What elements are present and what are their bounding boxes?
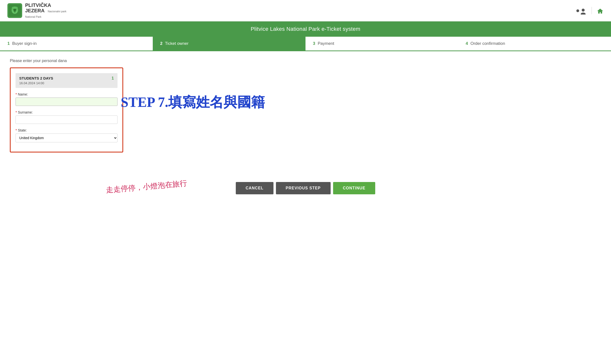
- green-header-bar: Plitvice Lakes National Park e-Ticket sy…: [0, 21, 611, 37]
- step-3-label: Payment: [318, 41, 334, 46]
- step-1-buyer-signin[interactable]: 1 Buyer sign-in: [0, 37, 153, 50]
- main-content: Please enter your personal dana STUDENTS…: [0, 51, 611, 160]
- cancel-button[interactable]: CANCEL: [236, 182, 273, 194]
- ticket-count: 1: [112, 76, 114, 81]
- continue-button[interactable]: CONTINUE: [333, 182, 375, 194]
- name-required-star: *: [16, 92, 17, 96]
- ticket-date: 16.04.2024 14:00: [19, 81, 53, 85]
- steps-bar: 1 Buyer sign-in 2 Ticket owner 3 Payment…: [0, 37, 611, 51]
- home-icon[interactable]: [597, 7, 604, 14]
- step-2-number: 2: [160, 41, 162, 46]
- step-3-number: 3: [313, 41, 315, 46]
- logo-line2: JEZERA: [25, 8, 44, 13]
- name-field-group: * Name:: [16, 92, 118, 106]
- logo-icon: [7, 3, 22, 18]
- svg-point-8: [582, 9, 585, 12]
- step-2-ticket-owner[interactable]: 2 Ticket owner: [153, 37, 306, 50]
- svg-point-6: [15, 9, 16, 11]
- previous-step-button[interactable]: PREVIOUS STEP: [276, 182, 331, 194]
- ticket-details: STUDENTS 2 DAYS 16.04.2024 14:00: [19, 76, 53, 85]
- svg-point-5: [14, 9, 15, 11]
- step7-annotation: STEP 7.填寫姓名與國籍: [121, 93, 265, 112]
- user-icon[interactable]: ●​: [576, 7, 587, 14]
- state-field-group: * State: United Kingdom Croatia United S…: [16, 128, 118, 142]
- name-label: * Name:: [16, 92, 118, 96]
- state-required-star: *: [16, 128, 17, 132]
- surname-label: * Surname:: [16, 110, 118, 114]
- logo-name-line1: PLITVIČKA JEZERA Nacionalni park Nationa…: [25, 2, 67, 19]
- logo-area: PLITVIČKA JEZERA Nacionalni park Nationa…: [7, 2, 67, 19]
- svg-point-9: [581, 13, 586, 15]
- ticket-name: STUDENTS 2 DAYS: [19, 76, 53, 80]
- logo-line1: PLITVIČKA: [25, 2, 51, 8]
- surname-input[interactable]: [16, 116, 118, 124]
- logo-text: PLITVIČKA JEZERA Nacionalni park Nationa…: [25, 2, 67, 19]
- personal-data-instruction: Please enter your personal dana: [10, 59, 601, 63]
- step-1-number: 1: [7, 41, 10, 46]
- surname-required-star: *: [16, 110, 17, 114]
- nav-divider: [592, 7, 592, 14]
- name-input[interactable]: [16, 98, 118, 106]
- nav-icons: ●​: [576, 7, 604, 14]
- ticket-info-row: STUDENTS 2 DAYS 16.04.2024 14:00 1: [16, 73, 118, 88]
- ticket-owner-form: STUDENTS 2 DAYS 16.04.2024 14:00 1 * Nam…: [10, 67, 123, 152]
- step-2-label: Ticket owner: [165, 41, 188, 46]
- step-4-order-confirmation[interactable]: 4 Order confirmation: [458, 37, 611, 50]
- step-3-payment[interactable]: 3 Payment: [306, 37, 458, 50]
- surname-field-group: * Surname:: [16, 110, 118, 124]
- state-select[interactable]: United Kingdom Croatia United States Ger…: [16, 133, 118, 142]
- step-1-label: Buyer sign-in: [12, 41, 36, 46]
- app-title: Plitvice Lakes National Park e-Ticket sy…: [251, 26, 360, 32]
- top-navigation: PLITVIČKA JEZERA Nacionalni park Nationa…: [0, 0, 611, 21]
- state-label: * State:: [16, 128, 118, 132]
- bottom-buttons-bar: CANCEL PREVIOUS STEP CONTINUE: [0, 175, 611, 202]
- step-4-number: 4: [466, 41, 468, 46]
- step-4-label: Order confirmation: [470, 41, 505, 46]
- svg-point-7: [14, 10, 16, 12]
